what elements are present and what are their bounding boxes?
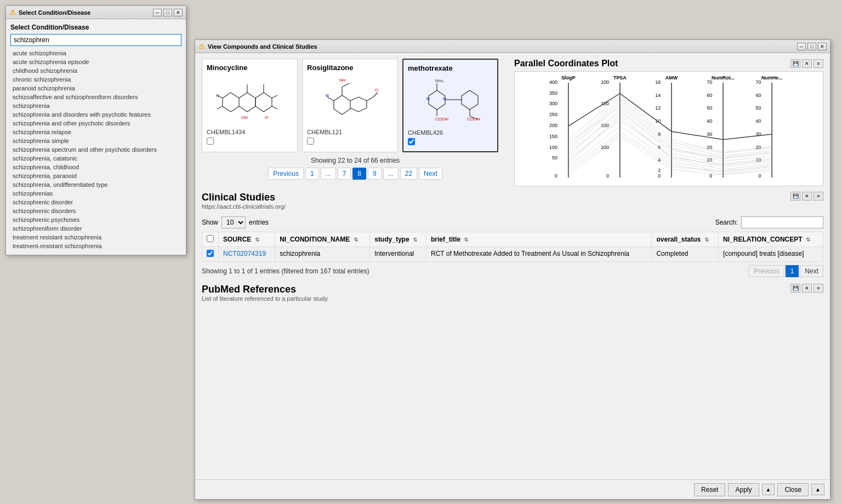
condition-item[interactable]: chronic schizophrenia	[10, 75, 181, 84]
table-controls: Show 10 25 50 entries Search:	[202, 216, 823, 228]
dialog-close-button[interactable]: ✕	[174, 9, 183, 16]
condition-item[interactable]: schizophrenia simple	[10, 136, 181, 145]
th-study-type[interactable]: study_type ⇅	[370, 232, 426, 247]
expand-up-button[interactable]: ▲	[762, 484, 775, 495]
clinical-studies-table: SOURCE ⇅ NI_CONDITION_NAME ⇅ study_type …	[202, 232, 823, 262]
svg-text:0: 0	[555, 173, 557, 179]
page-btn-Next[interactable]: Next	[419, 168, 442, 180]
page-btn-8[interactable]: 8	[352, 168, 366, 180]
compound-name-methotrexate: methotrexate	[408, 64, 493, 72]
main-minimize-button[interactable]: ─	[797, 43, 806, 50]
page-btn-22[interactable]: 22	[400, 168, 417, 180]
clinical-studies-title: Clinical Studies	[202, 192, 286, 203]
table-page-1-button[interactable]: 1	[786, 265, 799, 277]
svg-text:40: 40	[755, 118, 761, 124]
condition-item[interactable]: schizophrenia, paranoid	[10, 171, 181, 180]
svg-marker-31	[462, 90, 478, 110]
plot-close-button[interactable]: ✕	[802, 59, 812, 68]
condition-item[interactable]: schizophrenias	[10, 189, 181, 198]
th-source[interactable]: SOURCE ⇅	[219, 232, 275, 247]
pubmed-menu-button[interactable]: ≡	[813, 284, 823, 293]
condition-item[interactable]: schizophrenia relapse	[10, 128, 181, 136]
condition-item[interactable]: schizophrenia, catatonic	[10, 154, 181, 163]
entries-info: Showing 1 to 1 of 1 entries (filtered fr…	[202, 267, 369, 275]
condition-item[interactable]: childhood schizophrenia	[10, 66, 181, 75]
svg-line-12	[217, 106, 223, 109]
condition-item[interactable]: schizophrenia and other psychotic disord…	[10, 119, 181, 128]
cs-save-button[interactable]: 💾	[790, 192, 800, 201]
compound-id-methotrexate: CHEMBL426	[408, 129, 493, 136]
cs-menu-button[interactable]: ≡	[813, 192, 823, 201]
entries-select[interactable]: 10 25 50	[221, 216, 246, 228]
condition-item[interactable]: schizophrenia, undifferentiated type	[10, 180, 181, 189]
svg-line-20	[359, 108, 367, 112]
source-link[interactable]: NCT02074319	[223, 250, 266, 257]
main-maximize-button[interactable]: □	[807, 43, 816, 50]
th-overall-status[interactable]: overall_status ⇅	[652, 232, 719, 247]
row-checkbox[interactable]	[207, 250, 214, 257]
condition-item[interactable]: schizophrenia spectrum and other psychot…	[10, 145, 181, 154]
svg-line-9	[272, 95, 277, 98]
th-brief-title[interactable]: brief_title ⇅	[426, 232, 652, 247]
condition-item[interactable]: acute schizophrenia episode	[10, 58, 181, 66]
compound-molecule-methotrexate: N N NH₂ COOH COOH	[408, 77, 493, 126]
page-btn-Previous[interactable]: Previous	[268, 168, 304, 180]
condition-item[interactable]: schizophrenic disorders	[10, 207, 181, 215]
compound-checkbox-rosiglitazone[interactable]	[307, 138, 314, 145]
table-search-input[interactable]	[741, 216, 823, 228]
plot-controls: 💾 ✕ ≡	[790, 59, 823, 68]
svg-text:50: 50	[707, 105, 712, 111]
apply-button[interactable]: Apply	[728, 483, 759, 496]
page-btn-1[interactable]: 1	[305, 168, 319, 180]
dialog-content: Select Condition/Disease acute schizophr…	[6, 19, 186, 255]
condition-item[interactable]: schizophrenic psychoses	[10, 215, 181, 224]
condition-item[interactable]: schizophrenia and disorders with psychot…	[10, 110, 181, 119]
condition-item[interactable]: schizophreniform disorder	[10, 224, 181, 233]
pubmed-title: PubMed References	[202, 284, 328, 295]
th-condition[interactable]: NI_CONDITION_NAME ⇅	[275, 232, 370, 247]
compound-checkbox-minocycline[interactable]	[207, 138, 214, 145]
table-pagination: Showing 1 to 1 of 1 entries (filtered fr…	[202, 265, 823, 277]
svg-marker-16	[334, 95, 350, 114]
cs-close-button[interactable]: ✕	[802, 192, 812, 201]
dialog-maximize-button[interactable]: □	[163, 9, 172, 16]
condition-item[interactable]: schizophrenic disorder	[10, 198, 181, 207]
th-relation[interactable]: NI_RELATION_CONCEPT ⇅	[719, 232, 823, 247]
svg-text:COOH: COOH	[435, 117, 448, 122]
dialog-minimize-button[interactable]: ─	[153, 9, 162, 16]
page-btn-...[interactable]: ...	[321, 168, 336, 180]
compound-name-minocycline: Minocycline	[207, 64, 293, 72]
main-close-button[interactable]: ✕	[818, 43, 827, 50]
table-next-button[interactable]: Next	[800, 265, 823, 277]
condition-item[interactable]: treatment resistant schizophrenia	[10, 233, 181, 242]
row-relation-cell: [compound] treats [disease]	[719, 247, 823, 262]
condition-item[interactable]: acute schizophrenia	[10, 49, 181, 58]
show-label: Show	[202, 219, 218, 226]
close-expand-button[interactable]: ▲	[811, 484, 824, 495]
svg-line-6	[231, 106, 239, 112]
table-prev-button[interactable]: Previous	[749, 265, 784, 277]
row-condition-cell: schizophrenia	[275, 247, 370, 262]
svg-text:NumRot...: NumRot...	[712, 75, 735, 81]
compound-checkbox-methotrexate[interactable]	[408, 138, 415, 145]
select-all-checkbox[interactable]	[207, 235, 214, 242]
plot-menu-button[interactable]: ≡	[813, 59, 823, 68]
condition-search-input[interactable]	[10, 34, 181, 46]
condition-item[interactable]: schizophrenia	[10, 101, 181, 110]
plot-save-button[interactable]: 💾	[790, 59, 800, 68]
page-btn-...[interactable]: ...	[383, 168, 399, 180]
reset-button[interactable]: Reset	[694, 483, 725, 496]
condition-item[interactable]: treatment-resistant schizophrenia	[10, 242, 181, 250]
svg-text:N: N	[326, 93, 329, 98]
compound-check-methotrexate	[408, 138, 493, 147]
pubmed-close-button[interactable]: ✕	[802, 284, 812, 293]
condition-item[interactable]: schizoaffective and schizophreniform dis…	[10, 93, 181, 101]
pubmed-save-button[interactable]: 💾	[790, 284, 800, 293]
condition-item[interactable]: schizophrenia, childhood	[10, 163, 181, 171]
page-btn-7[interactable]: 7	[338, 168, 351, 180]
page-btn-9[interactable]: 9	[368, 168, 382, 180]
search-box: Search:	[715, 216, 823, 228]
close-button[interactable]: Close	[777, 483, 809, 496]
condition-item[interactable]: paranoid schizophrenia	[10, 84, 181, 93]
sort-status-icon: ⇅	[704, 237, 709, 243]
